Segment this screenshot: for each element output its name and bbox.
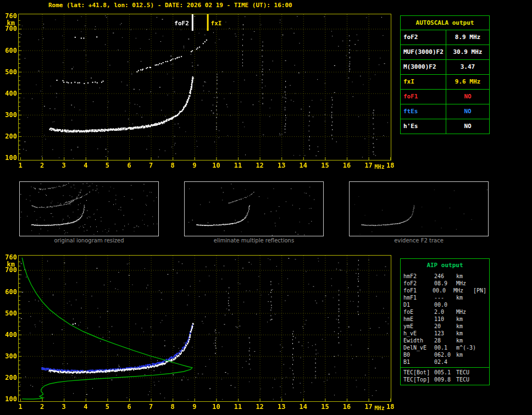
aip-row-hmf2: hmF2246km bbox=[401, 273, 489, 280]
thumbnail-caption: evidence F2 trace bbox=[349, 237, 489, 244]
aip-param-unit: km bbox=[456, 323, 477, 330]
aip-param-label: foE bbox=[403, 308, 434, 316]
aip-param-value: 062.0 bbox=[434, 351, 456, 358]
aip-param-label: ymE bbox=[403, 323, 434, 330]
thumbnail-evidence-f2-trace bbox=[349, 181, 489, 236]
autoscala-param-value: 8.9 MHz bbox=[446, 30, 489, 45]
autoscala-param-label: foF1 bbox=[401, 90, 446, 104]
aip-output-table: AIP output hmF2246kmfoF208.9MHzfoF100.0M… bbox=[400, 258, 490, 385]
aip-tec-separator bbox=[401, 367, 489, 368]
aip-param-label: B0 bbox=[403, 351, 434, 358]
aip-param-value: 123 bbox=[434, 330, 456, 337]
aip-param-unit: km bbox=[456, 337, 477, 344]
aip-param-value: 02.4 bbox=[434, 358, 456, 366]
aip-param-flag bbox=[477, 316, 486, 323]
aip-param-unit: km bbox=[456, 294, 477, 301]
aip-row-tec-bot: TEC[Bot]005.1TECU bbox=[401, 369, 489, 376]
aip-param-value: 009.8 bbox=[434, 376, 456, 383]
autoscala-param-label: h'Es bbox=[401, 119, 446, 134]
aip-param-flag bbox=[477, 294, 486, 301]
aip-param-unit: MHz bbox=[456, 280, 477, 287]
aip-param-flag bbox=[477, 280, 486, 287]
aip-param-label: D1 bbox=[403, 301, 434, 308]
aip-tec-rows: TEC[Bot]005.1TECUTEC[Top]009.8TECU bbox=[401, 369, 489, 383]
aip-param-value: 00.0 bbox=[433, 287, 453, 294]
aip-row-b0: B0062.0km bbox=[401, 351, 489, 358]
thumbnail-eliminate-reflections bbox=[184, 181, 324, 236]
aip-param-flag bbox=[477, 369, 486, 376]
aip-param-flag bbox=[477, 308, 486, 316]
aip-row-deln-ve: DelN_vE00.1m^(-3) bbox=[401, 344, 489, 351]
aip-table-rows: hmF2246kmfoF208.9MHzfoF100.0MHz[PN]hmF1-… bbox=[401, 273, 489, 366]
thumbnail-caption: original ionogram resized bbox=[19, 237, 159, 244]
aip-param-value: 110 bbox=[434, 316, 456, 323]
aip-row-d1: D100.0 bbox=[401, 301, 489, 308]
aip-row-hme: hmE110km bbox=[401, 316, 489, 323]
aip-param-label: hmE bbox=[403, 316, 434, 323]
autoscala-param-label: fxI bbox=[401, 75, 446, 89]
aip-param-flag bbox=[477, 323, 486, 330]
aip-param-flag bbox=[477, 273, 486, 280]
aip-param-value: 00.1 bbox=[434, 344, 456, 351]
autoscala-table-header: AUTOSCALA output bbox=[401, 16, 489, 30]
aip-param-label: foF2 bbox=[403, 280, 434, 287]
aip-row-ewidth: Ewidth28km bbox=[401, 337, 489, 344]
autoscala-row-m-3000-f2: M(3000)F23.47 bbox=[401, 60, 489, 75]
autoscala-param-value: NO bbox=[446, 104, 489, 119]
aip-param-value: 28 bbox=[434, 337, 456, 344]
bottom-ionogram-profile-canvas bbox=[0, 249, 397, 415]
autoscala-row-h-es: h'EsNO bbox=[401, 119, 489, 134]
autoscala-param-value: NO bbox=[446, 90, 489, 104]
aip-param-value: --- bbox=[434, 294, 456, 301]
aip-param-value: 246 bbox=[434, 273, 456, 280]
aip-param-flag bbox=[477, 351, 486, 358]
autoscala-row-ftes: ftEsNO bbox=[401, 104, 489, 119]
aip-row-b1: B102.4 bbox=[401, 358, 489, 366]
aip-param-value: 2.0 bbox=[434, 308, 456, 316]
aip-param-label: B1 bbox=[403, 358, 434, 366]
aip-param-unit bbox=[456, 301, 477, 308]
aip-param-value: 00.0 bbox=[434, 301, 456, 308]
aip-param-unit: MHz bbox=[456, 308, 477, 316]
aip-param-unit: km bbox=[456, 316, 477, 323]
thumbnail-original-ionogram bbox=[19, 181, 159, 236]
aip-param-label: hmF1 bbox=[403, 294, 434, 301]
autoscala-row-fxi: fxI9.6 MHz bbox=[401, 75, 489, 90]
aip-param-label: Ewidth bbox=[403, 337, 434, 344]
aip-param-flag bbox=[477, 337, 486, 344]
autoscala-row-muf-3000-f2: MUF(3000)F230.9 MHz bbox=[401, 45, 489, 60]
aip-param-unit: m^(-3) bbox=[456, 344, 477, 351]
aip-param-unit: km bbox=[456, 273, 477, 280]
autoscala-table-rows: foF28.9 MHzMUF(3000)F230.9 MHzM(3000)F23… bbox=[401, 30, 489, 134]
aip-param-unit: TECU bbox=[456, 376, 477, 383]
autoscala-output-table: AUTOSCALA output foF28.9 MHzMUF(3000)F23… bbox=[400, 15, 490, 134]
aip-param-unit: MHz bbox=[453, 287, 473, 294]
autoscala-param-label: MUF(3000)F2 bbox=[401, 45, 446, 59]
autoscala-row-fof1: foF1NO bbox=[401, 90, 489, 104]
aip-param-unit: km bbox=[456, 330, 477, 337]
autoscala-param-value: 9.6 MHz bbox=[446, 75, 489, 89]
aip-param-unit: TECU bbox=[456, 369, 477, 376]
aip-row-fof1: foF100.0MHz[PN] bbox=[401, 287, 489, 294]
aip-param-value: 20 bbox=[434, 323, 456, 330]
aip-param-flag: [PN] bbox=[473, 287, 486, 294]
aip-row-yme: ymE20km bbox=[401, 323, 489, 330]
aip-param-label: TEC[Top] bbox=[403, 376, 434, 383]
aip-param-unit: km bbox=[456, 351, 477, 358]
autoscala-param-label: foF2 bbox=[401, 30, 446, 45]
aip-row-hmf1: hmF1---km bbox=[401, 294, 489, 301]
aip-param-flag bbox=[477, 330, 486, 337]
aip-table-header: AIP output bbox=[401, 259, 489, 273]
autoscala-param-value: 30.9 MHz bbox=[446, 45, 489, 59]
autoscala-row-fof2: foF28.9 MHz bbox=[401, 30, 489, 45]
autoscala-param-label: M(3000)F2 bbox=[401, 60, 446, 74]
aip-param-label: foF1 bbox=[403, 287, 433, 294]
aip-param-label: hmF2 bbox=[403, 273, 434, 280]
aip-row-fof2: foF208.9MHz bbox=[401, 280, 489, 287]
aip-param-flag bbox=[477, 344, 486, 351]
autoscala-screen: { "window": { "title": "Rome (lat: +41.8… bbox=[0, 0, 532, 415]
aip-param-label: h_vE bbox=[403, 330, 434, 337]
aip-row-h-ve: h_vE123km bbox=[401, 330, 489, 337]
aip-param-flag bbox=[477, 358, 486, 366]
aip-param-value: 005.1 bbox=[434, 369, 456, 376]
